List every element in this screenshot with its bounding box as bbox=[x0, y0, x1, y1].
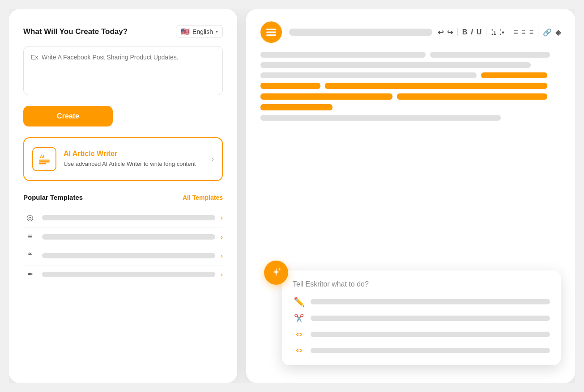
content-row-2 bbox=[260, 62, 561, 68]
ai-card-chevron: › bbox=[212, 155, 214, 163]
popup-bar-3 bbox=[311, 332, 550, 337]
template-chevron-2: › bbox=[221, 233, 223, 240]
highlight-icon[interactable]: ◈ bbox=[555, 28, 561, 37]
prompt-input[interactable] bbox=[23, 46, 223, 95]
toolbar-separator-2 bbox=[486, 28, 486, 36]
popup-bar-4 bbox=[311, 348, 550, 353]
popup-option-write[interactable]: ✏️ bbox=[293, 296, 550, 307]
svg-rect-5 bbox=[266, 32, 276, 33]
template-bar-2 bbox=[42, 234, 215, 240]
link-icon[interactable]: 🔗 bbox=[543, 28, 552, 37]
template-item-3[interactable]: ❝ › bbox=[23, 246, 223, 266]
popup-option-edit[interactable]: ✂️ bbox=[293, 313, 550, 323]
bold-icon[interactable]: B bbox=[462, 28, 468, 36]
redo-icon[interactable]: ↪ bbox=[447, 28, 453, 37]
toolbar-icons: ↩ ↪ B I U ⁚₁ ⁚• ≡ ≡ ≡ 🔗 ◈ bbox=[438, 28, 561, 37]
template-chevron-3: › bbox=[221, 252, 223, 259]
popup-option-shrink[interactable]: ⇔ bbox=[293, 346, 550, 355]
content-line bbox=[260, 52, 426, 58]
all-templates-link[interactable]: All Templates bbox=[183, 194, 223, 201]
template-chevron-1: › bbox=[221, 214, 223, 221]
flag-icon: 🇺🇸 bbox=[181, 27, 190, 36]
toolbar-separator-1 bbox=[457, 28, 458, 36]
svg-rect-2 bbox=[39, 161, 50, 163]
menu-button[interactable] bbox=[260, 21, 282, 43]
content-line bbox=[260, 62, 531, 68]
content-row-1 bbox=[260, 52, 561, 58]
ai-card-description: Use advanced AI Article Writer to write … bbox=[64, 160, 205, 168]
align-left-icon[interactable]: ≡ bbox=[514, 28, 518, 36]
ai-card-icon: AI bbox=[32, 147, 56, 171]
align-right-icon[interactable]: ≡ bbox=[529, 28, 533, 36]
template-bar-4 bbox=[42, 272, 215, 277]
template-bar-3 bbox=[42, 253, 215, 258]
language-selector[interactable]: 🇺🇸 English ▾ bbox=[176, 25, 223, 38]
ai-card-content: AI Article Writer Use advanced AI Articl… bbox=[64, 150, 205, 168]
content-line-orange bbox=[481, 72, 547, 78]
left-panel: What Will You Create Today? 🇺🇸 English ▾… bbox=[9, 9, 237, 383]
content-row-5 bbox=[260, 93, 561, 100]
content-area bbox=[260, 52, 561, 121]
svg-rect-6 bbox=[266, 34, 276, 36]
content-line bbox=[260, 72, 477, 78]
template-chevron-4: › bbox=[221, 271, 223, 278]
svg-rect-3 bbox=[39, 163, 46, 164]
undo-icon[interactable]: ↩ bbox=[438, 28, 443, 37]
ai-card-title: AI Article Writer bbox=[64, 150, 205, 158]
unordered-list-icon[interactable]: ⁚• bbox=[499, 28, 504, 37]
content-row-6 bbox=[260, 104, 561, 110]
page-title: What Will You Create Today? bbox=[23, 27, 128, 36]
template-item-4[interactable]: ✒ › bbox=[23, 266, 223, 283]
expand-icon: ⇔ bbox=[293, 329, 305, 339]
ai-article-writer-card[interactable]: AI AI Article Writer Use advanced AI Art… bbox=[23, 137, 223, 181]
ordered-list-icon[interactable]: ⁚₁ bbox=[491, 28, 496, 37]
content-line-orange bbox=[260, 83, 320, 89]
svg-rect-1 bbox=[39, 160, 50, 161]
content-line-orange bbox=[397, 93, 547, 100]
chevron-down-icon: ▾ bbox=[216, 29, 218, 34]
language-label: English bbox=[192, 28, 213, 35]
template-item-1[interactable]: ◎ › bbox=[23, 208, 223, 228]
right-panel: ↩ ↪ B I U ⁚₁ ⁚• ≡ ≡ ≡ 🔗 ◈ bbox=[246, 9, 575, 383]
italic-icon[interactable]: I bbox=[471, 28, 473, 36]
popup-bar-2 bbox=[311, 316, 550, 321]
template-icon-1: ◎ bbox=[23, 213, 37, 223]
edit-icon: ✂️ bbox=[293, 313, 305, 323]
template-bar-1 bbox=[42, 215, 215, 220]
align-center-icon[interactable]: ≡ bbox=[521, 28, 525, 36]
content-line-orange bbox=[260, 93, 392, 100]
main-screen: What Will You Create Today? 🇺🇸 English ▾… bbox=[9, 9, 575, 383]
shrink-icon: ⇔ bbox=[293, 346, 305, 355]
popup-bar-1 bbox=[311, 299, 550, 304]
popup-option-expand[interactable]: ⇔ bbox=[293, 329, 550, 339]
template-icon-3: ❝ bbox=[23, 251, 37, 261]
create-button[interactable]: Create bbox=[23, 106, 113, 126]
svg-rect-4 bbox=[266, 29, 276, 30]
content-line-orange bbox=[325, 83, 547, 89]
write-icon: ✏️ bbox=[293, 296, 305, 307]
sparkle-button[interactable] bbox=[264, 261, 288, 285]
content-line-orange bbox=[260, 104, 332, 110]
svg-text:AI: AI bbox=[40, 154, 44, 159]
toolbar-separator-3 bbox=[509, 28, 509, 36]
templates-title: Popular Templates bbox=[23, 194, 83, 201]
content-line bbox=[260, 115, 501, 121]
content-row-4 bbox=[260, 83, 561, 89]
left-header: What Will You Create Today? 🇺🇸 English ▾ bbox=[23, 25, 223, 38]
template-item-2[interactable]: ≡ › bbox=[23, 228, 223, 246]
toolbar-separator-4 bbox=[538, 28, 538, 36]
underline-icon[interactable]: U bbox=[477, 28, 482, 36]
ai-suggestion-popup: Tell Eskritor what to do? ✏️ ✂️ ⇔ ⇔ bbox=[282, 270, 561, 365]
template-icon-2: ≡ bbox=[23, 232, 37, 241]
content-line bbox=[430, 52, 550, 58]
content-row-7 bbox=[260, 115, 561, 121]
document-title-bar bbox=[289, 29, 432, 36]
popup-prompt: Tell Eskritor what to do? bbox=[293, 280, 550, 288]
content-row-3 bbox=[260, 72, 561, 78]
editor-toolbar: ↩ ↪ B I U ⁚₁ ⁚• ≡ ≡ ≡ 🔗 ◈ bbox=[260, 21, 561, 43]
templates-header: Popular Templates All Templates bbox=[23, 194, 223, 201]
template-icon-4: ✒ bbox=[23, 270, 37, 278]
